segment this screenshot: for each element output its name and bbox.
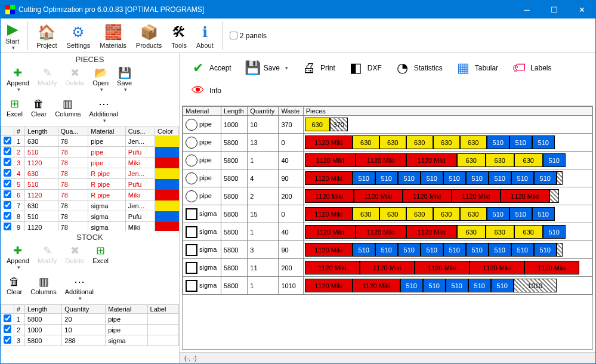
table-row[interactable]: 2100010pipe [1, 325, 179, 335]
table-row[interactable]: 1580020pipe [1, 314, 179, 325]
pieces-clear-button[interactable]: 🗑Clear [27, 97, 50, 124]
pieces-open-button[interactable]: 📂Open [89, 66, 112, 93]
cut-piece: 370 [330, 118, 348, 131]
table-row[interactable]: pipe 58002200 1120 Miki1120 Miki1120 Mik… [183, 187, 592, 205]
pieces-visual: 630370 [303, 116, 592, 134]
row-checkbox[interactable] [1, 222, 14, 232]
settings-button[interactable]: ⚙Settings [61, 20, 95, 52]
table-row[interactable]: pipe 5800490 1120 Miki510510510510510510… [183, 169, 592, 187]
materials-button[interactable]: 🧱Materials [95, 20, 131, 52]
titlebar: Cutting Optimization pro 6.0.0.83 [OPTIM… [1, 1, 595, 18]
row-checkbox[interactable] [1, 147, 14, 158]
table-row[interactable]: sigma 5800150 1120 Miki63063063063063051… [183, 205, 592, 223]
table-row[interactable]: sigma 580011010 1120 Miki1120 Miki510510… [183, 277, 592, 295]
maximize-button[interactable]: ☐ [541, 1, 568, 18]
result-col-header[interactable]: Material [183, 107, 221, 116]
stock-col-header[interactable]: Length [25, 305, 62, 314]
table-row[interactable]: 6112078R pipeMiki [1, 190, 179, 200]
row-checkbox[interactable] [1, 168, 14, 179]
window-buttons: ─ ☐ ✕ [513, 1, 595, 18]
statistics-button[interactable]: ◔Statistics [390, 58, 447, 78]
table-row[interactable]: 9112078sigmaMiki [1, 222, 179, 232]
table-row[interactable]: 551078R pipePufu [1, 179, 179, 190]
stock-col-header[interactable]: # [14, 305, 25, 314]
row-checkbox[interactable] [1, 314, 14, 325]
window-title: Cutting Optimization pro 6.0.0.83 [OPTIM… [18, 5, 513, 14]
result-save-button[interactable]: 💾Save [240, 58, 293, 78]
stock-excel-button[interactable]: ⊞Excel [89, 243, 112, 271]
pieces-excel-button[interactable]: ⊞Excel [3, 97, 26, 124]
close-button[interactable]: ✕ [568, 1, 595, 18]
table-row[interactable]: sigma 5800390 1120 Miki51051051051051051… [183, 241, 592, 259]
stock-additional-button[interactable]: ⋯Additional [61, 274, 97, 302]
products-button[interactable]: 📦Products [131, 20, 166, 52]
start-button[interactable]: ▶Start [1, 20, 24, 52]
pieces-additional-button[interactable]: ⋯Additional [86, 97, 122, 124]
row-checkbox[interactable] [1, 136, 14, 147]
color-swatch [155, 179, 179, 190]
row-checkbox[interactable] [1, 158, 14, 168]
status-bar: (-, -) [180, 352, 595, 363]
table-row[interactable]: pipe 5800140 1120 Miki1120 Miki1120 Miki… [183, 152, 592, 169]
pieces-columns-button[interactable]: ▥Columns [51, 97, 84, 124]
table-row[interactable]: 35800288sigma [1, 335, 179, 346]
table-row[interactable]: 163078pipeJen... [1, 136, 179, 147]
pieces-col-header[interactable]: Qua... [58, 127, 88, 136]
info-button[interactable]: 👁Info [186, 81, 226, 101]
print-button[interactable]: 🖨Print [297, 58, 340, 78]
table-row[interactable]: sigma 580011200 1120 Miki1120 Miki1120 M… [183, 259, 592, 277]
pieces-table[interactable]: #LengthQua...MaterialCus...Color 163078p… [1, 127, 179, 231]
table-row[interactable]: 251078pipePufu [1, 147, 179, 158]
about-button[interactable]: ℹAbout [192, 20, 218, 52]
stock-clear-button[interactable]: 🗑Clear [3, 274, 26, 302]
row-checkbox[interactable] [1, 335, 14, 346]
table-row[interactable]: 851078sigmaPufu [1, 211, 179, 222]
labels-button[interactable]: 🏷Labels [507, 58, 556, 78]
row-checkbox[interactable] [1, 200, 14, 211]
stock-modify-button: ✎Modify [34, 243, 60, 271]
pieces-append-button[interactable]: ✚Append [3, 66, 33, 93]
table-row[interactable]: 3112078pipeMiki [1, 158, 179, 168]
cut-piece: 510 [398, 243, 421, 257]
table-row[interactable]: pipe 100010370 630370 [183, 116, 592, 134]
row-checkbox[interactable] [1, 179, 14, 190]
material-icon [186, 155, 197, 166]
cut-piece: 630 [353, 207, 379, 221]
cut-piece: 1120 Miki [305, 261, 360, 274]
pieces-col-header[interactable]: # [14, 127, 25, 136]
table-row[interactable]: sigma 5800140 1120 Miki1120 Miki1120 Mik… [183, 223, 592, 241]
minimize-button[interactable]: ─ [513, 1, 541, 18]
pieces-col-header[interactable]: Material [88, 127, 126, 136]
project-button[interactable]: 🏠Project [32, 20, 61, 52]
result-col-header[interactable]: Pieces [303, 107, 592, 116]
tabular-button[interactable]: ▦Tabular [451, 58, 503, 78]
result-col-header[interactable]: Length [221, 107, 247, 116]
row-checkbox[interactable] [1, 211, 14, 222]
stock-columns-button[interactable]: ▥Columns [27, 274, 60, 302]
table-row[interactable]: 463078R pipeJen... [1, 168, 179, 179]
cut-piece: 1010 [514, 279, 557, 292]
color-swatch [155, 136, 179, 147]
result-col-header[interactable]: Waste [279, 107, 303, 116]
row-checkbox[interactable] [1, 190, 14, 200]
pieces-col-header[interactable]: Color [155, 127, 179, 136]
stock-table[interactable]: #LengthQuantityMaterialLabel 1580020pipe… [1, 304, 179, 363]
table-row[interactable]: pipe 5800130 1120 Miki630630630630630510… [183, 134, 592, 152]
table-row[interactable]: 763078sigmaJen... [1, 200, 179, 211]
cut-piece: 510 [511, 171, 534, 185]
pieces-save-button[interactable]: 💾Save [113, 66, 135, 93]
cut-piece: 510 [511, 243, 534, 257]
dxf-button[interactable]: ◧DXF [344, 58, 387, 78]
result-table[interactable]: MaterialLengthQuantityWastePieces pipe 1… [182, 106, 593, 350]
two-panels-checkbox[interactable]: 2 panels [226, 32, 270, 40]
pieces-col-header[interactable]: Cus... [125, 127, 155, 136]
result-col-header[interactable]: Quantity [248, 107, 279, 116]
row-checkbox[interactable] [1, 325, 14, 335]
pieces-col-header[interactable]: Length [25, 127, 58, 136]
tools-button[interactable]: 🛠Tools [166, 20, 192, 52]
stock-col-header[interactable]: Label [147, 305, 178, 314]
accept-button[interactable]: ✔Accept [186, 58, 236, 78]
stock-col-header[interactable]: Material [106, 305, 147, 314]
stock-col-header[interactable]: Quantity [62, 305, 106, 314]
stock-append-button[interactable]: ✚Append [3, 243, 33, 271]
